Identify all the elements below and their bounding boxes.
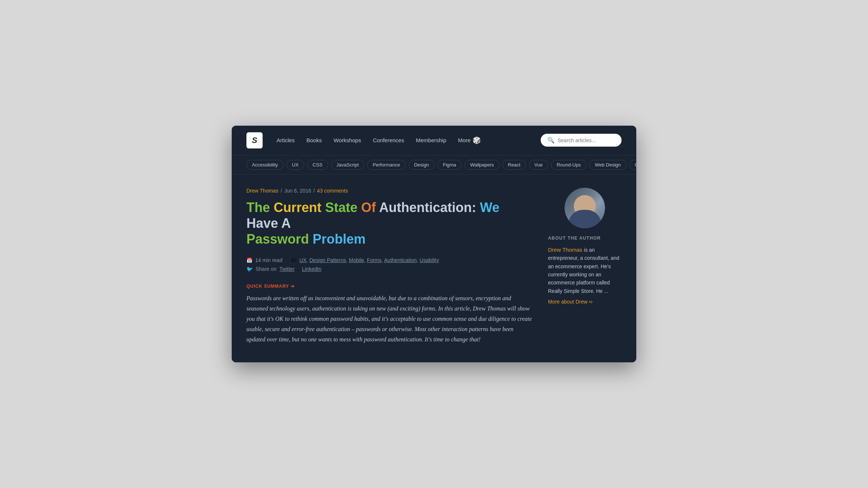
more-emoji-icon: 🎲 [473,136,481,144]
share-label: Share on [256,266,277,272]
sidebar: About The Author Drew Thomas is an entre… [548,188,622,345]
title-word-have: Have [246,216,281,231]
sidebar-author-link[interactable]: Drew Thomas [548,247,582,253]
site-logo[interactable]: S [246,132,263,148]
main-nav: Articles Books Workshops Conferences Mem… [271,133,541,147]
nav-item-workshops[interactable]: Workshops [328,134,366,146]
calendar-icon: 📅 [246,258,252,263]
read-time: 14 min read [255,257,282,263]
avatar-body [568,210,601,228]
article-tags: UX, Design Patterns, Mobile, Forms, Auth… [299,257,439,263]
tag-css[interactable]: CSS [307,160,328,170]
tag-webdesign[interactable]: Web Design [589,160,626,170]
share-linkedin-link[interactable]: LinkedIn [302,266,321,272]
search-icon: 🔍 [547,137,555,144]
tag-guides[interactable]: Guides [629,160,636,170]
tag-roundups[interactable]: Round-Ups [551,160,586,170]
tag-icon: 🏷 [291,257,296,263]
nav-item-articles[interactable]: Articles [271,134,300,146]
author-avatar [565,188,605,228]
avatar-image [565,188,605,228]
search-input[interactable] [558,137,615,143]
tag-link-authentication[interactable]: Authentication [384,257,417,263]
search-box[interactable]: 🔍 [541,134,622,147]
tag-bar: Accessibility UX CSS JavaScript Performa… [232,155,636,175]
title-word-authentication: Authentication: [379,200,480,215]
more-about-link[interactable]: More about Drew ➪ [548,299,593,305]
title-word-of: Of [361,200,379,215]
article-date: Jun 6, 2016 [284,188,311,194]
tag-link-forms[interactable]: Forms [367,257,382,263]
article-title: The Current State Of Authentication: We … [246,200,533,247]
quick-summary-label: Quick Summary ➜ [246,284,533,289]
tag-performance[interactable]: Performance [367,160,405,170]
comments-link[interactable]: 43 comments [317,188,348,194]
title-word-state: State [325,200,361,215]
sidebar-author-bio: Drew Thomas is an entrepreneur, a consul… [548,246,622,295]
title-word-a: A [281,216,291,231]
nav-item-books[interactable]: Books [301,134,327,146]
tag-link-usability[interactable]: Usability [420,257,439,263]
tag-link-design-patterns[interactable]: Design Patterns [309,257,346,263]
share-twitter-link[interactable]: Twitter [280,266,295,272]
header: S Articles Books Workshops Conferences M… [232,126,636,155]
nav-item-conferences[interactable]: Conferences [368,134,409,146]
title-word-we: We [480,200,499,215]
tag-react[interactable]: React [502,160,526,170]
author-link[interactable]: Drew Thomas [246,188,278,194]
nav-item-membership[interactable]: Membership [411,134,452,146]
summary-arrow-icon: ➜ [291,284,295,289]
tag-design[interactable]: Design [409,160,434,170]
main-content: Drew Thomas / Jun 6, 2016 / 43 comments … [232,175,636,363]
tag-link-ux[interactable]: UX [299,257,306,263]
title-word-password: Password [246,232,313,247]
tag-vue[interactable]: Vue [529,160,548,170]
about-author-label: About The Author [548,236,622,241]
tag-accessibility[interactable]: Accessibility [246,160,284,170]
title-word-the: The [246,200,274,215]
quick-summary-box: Quick Summary ➜ Passwords are written of… [246,284,533,345]
meta-row-readtime: 📅 14 min read 🏷 UX, Design Patterns, Mob… [246,257,533,263]
title-word-current: Current [274,200,325,215]
tag-wallpapers[interactable]: Wallpapers [465,160,499,170]
tag-javascript[interactable]: JavaScript [331,160,364,170]
sidebar-author-bio-text: is an entrepreneur, a consultant, and an… [548,247,619,294]
summary-text: Passwords are written off as inconvenien… [246,293,533,345]
title-word-problem: Problem [313,232,366,247]
tag-link-mobile[interactable]: Mobile [349,257,364,263]
meta-separator-1: / [281,188,282,194]
tag-ux[interactable]: UX [287,160,304,170]
meta-separator-2: / [313,188,315,194]
tag-figma[interactable]: Figma [437,160,462,170]
twitter-bird-icon: 🐦 [246,266,253,272]
article-meta-rows: 📅 14 min read 🏷 UX, Design Patterns, Mob… [246,257,533,272]
meta-row-share: 🐦 Share on Twitter, LinkedIn [246,266,533,272]
nav-item-more[interactable]: More 🎲 [453,133,486,147]
article-meta-author: Drew Thomas / Jun 6, 2016 / 43 comments [246,188,533,194]
article-area: Drew Thomas / Jun 6, 2016 / 43 comments … [246,188,533,345]
